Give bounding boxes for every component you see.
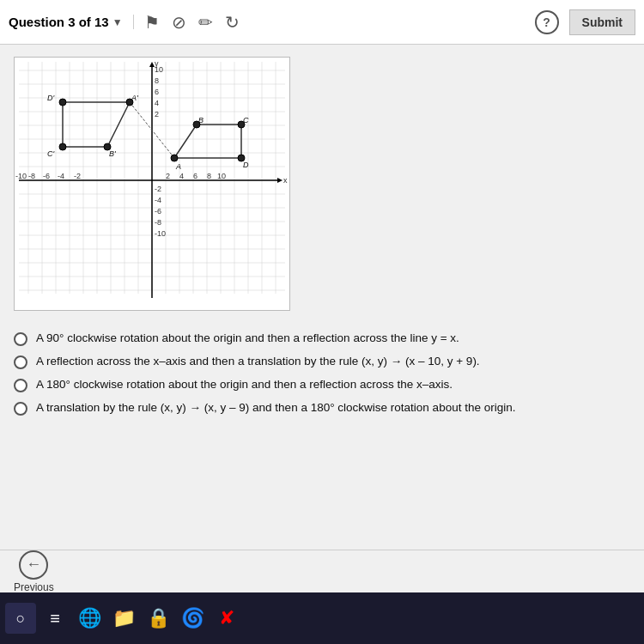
svg-text:10: 10	[155, 65, 163, 74]
svg-text:-4: -4	[58, 172, 64, 180]
point-a	[171, 155, 178, 161]
question-text: Question 3 of 13	[9, 15, 109, 29]
svg-text:8: 8	[155, 76, 159, 85]
svg-text:10: 10	[217, 172, 226, 180]
search-icon: ○	[16, 610, 26, 628]
svg-text:A': A'	[131, 94, 138, 102]
choice-3-text: A 180° clockwise rotation about the orig…	[36, 378, 453, 391]
radio-2[interactable]	[14, 355, 27, 369]
taskbar-menu-icon[interactable]: ≡	[39, 603, 70, 634]
svg-text:4: 4	[155, 99, 159, 107]
help-button[interactable]: ?	[535, 10, 559, 34]
back-arrow-icon: ←	[19, 550, 48, 580]
svg-text:A: A	[175, 162, 181, 171]
svg-text:B: B	[198, 116, 204, 125]
svg-text:-6: -6	[43, 172, 50, 180]
svg-text:-10: -10	[15, 172, 27, 180]
previous-label: Previous	[14, 581, 54, 593]
taskbar-red-icon[interactable]: ✘	[211, 603, 242, 634]
svg-text:-8: -8	[155, 218, 161, 227]
svg-text:x: x	[283, 176, 288, 185]
choice-4-text: A translation by the rule (x, y) → (x, y…	[36, 401, 515, 414]
choice-3[interactable]: A 180° clockwise rotation about the orig…	[14, 378, 630, 392]
radio-3[interactable]	[14, 379, 27, 392]
choice-1[interactable]: A 90° clockwise rotation about the origi…	[14, 331, 630, 346]
radio-4[interactable]	[14, 402, 27, 416]
toolbar-icons: ⚑ ⊘ ✏ ↻	[144, 12, 525, 33]
submit-button[interactable]: Submit	[569, 9, 635, 35]
taskbar-browser-icon[interactable]: 🌐	[74, 603, 105, 634]
taskbar-lock-icon[interactable]: 🔒	[143, 603, 173, 634]
svg-text:2: 2	[155, 110, 159, 118]
previous-button[interactable]: ← Previous	[14, 550, 54, 593]
pencil-icon[interactable]: ✏	[198, 12, 213, 33]
top-bar: Question 3 of 13 ▼ ⚑ ⊘ ✏ ↻ ? Submit	[0, 0, 644, 45]
question-label[interactable]: Question 3 of 13 ▼	[9, 15, 134, 29]
svg-text:-8: -8	[28, 172, 35, 180]
svg-text:6: 6	[155, 88, 159, 96]
flag-icon[interactable]: ⚑	[144, 12, 160, 33]
main-content: x y -10 -8 -6 -4 -2 2 4 6 8 10 10 8 6 4 …	[0, 45, 644, 592]
answer-choices: A 90° clockwise rotation about the origi…	[14, 331, 630, 416]
svg-text:2: 2	[166, 172, 170, 180]
svg-text:6: 6	[193, 172, 197, 180]
choice-4[interactable]: A translation by the rule (x, y) → (x, y…	[14, 401, 630, 416]
svg-text:-2: -2	[74, 172, 81, 180]
coordinate-graph: x y -10 -8 -6 -4 -2 2 4 6 8 10 10 8 6 4 …	[15, 58, 289, 307]
refresh-icon[interactable]: ↻	[225, 12, 240, 33]
svg-text:-6: -6	[155, 207, 161, 216]
svg-text:-10: -10	[155, 229, 166, 238]
shape-abcd-prime	[63, 102, 130, 147]
svg-text:B': B'	[109, 149, 116, 158]
choice-2-text: A reflection across the x–axis and then …	[36, 355, 480, 368]
chevron-down-icon: ▼	[112, 16, 123, 28]
svg-text:C': C'	[47, 149, 54, 158]
ban-icon[interactable]: ⊘	[172, 12, 186, 33]
taskbar: ○ ≡ 🌐 📁 🔒 🌀 ✘	[0, 592, 644, 644]
svg-text:D: D	[243, 161, 249, 169]
svg-text:8: 8	[207, 172, 211, 180]
choice-1-text: A 90° clockwise rotation about the origi…	[36, 331, 459, 344]
point-d-prime	[59, 99, 66, 106]
svg-marker-37	[277, 178, 283, 183]
point-c-prime	[59, 143, 66, 150]
taskbar-search[interactable]: ○	[5, 603, 36, 634]
bottom-bar: ← Previous	[0, 550, 644, 592]
graph-container: x y -10 -8 -6 -4 -2 2 4 6 8 10 10 8 6 4 …	[14, 57, 290, 311]
radio-1[interactable]	[14, 332, 27, 346]
svg-text:-4: -4	[155, 196, 161, 204]
svg-text:-2: -2	[155, 185, 161, 193]
svg-text:C: C	[243, 116, 249, 125]
svg-text:D': D'	[47, 94, 54, 102]
choice-2[interactable]: A reflection across the x–axis and then …	[14, 355, 630, 369]
svg-text:4: 4	[179, 172, 184, 180]
taskbar-folder-icon[interactable]: 📁	[108, 603, 139, 634]
taskbar-swirl-icon[interactable]: 🌀	[177, 603, 208, 634]
